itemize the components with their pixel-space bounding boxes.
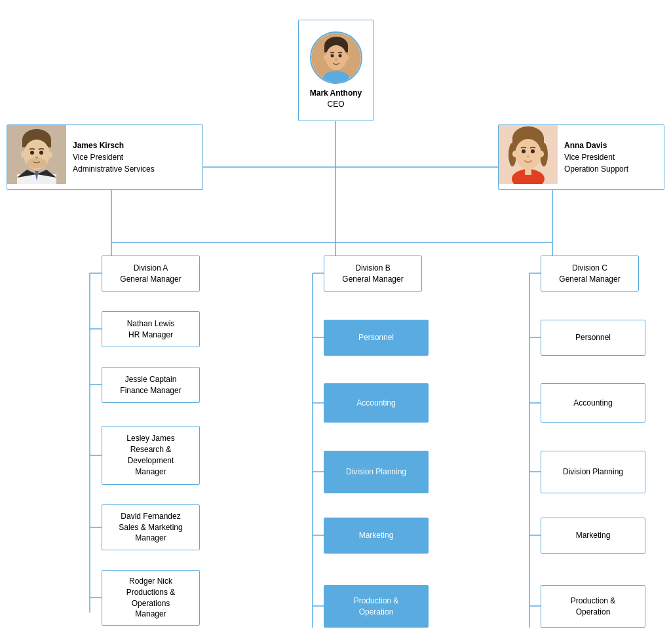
vp-right-photo (499, 125, 558, 184)
a-hr-label: Nathan LewisHR Manager (127, 318, 175, 341)
c-accounting-label: Accounting (573, 398, 612, 409)
svg-point-64 (531, 149, 535, 153)
b-marketing-node: Marketing (324, 518, 429, 554)
svg-point-51 (47, 151, 52, 158)
div-c-node: Division CGeneral Manager (541, 256, 639, 292)
b-planning-label: Division Planning (346, 466, 406, 478)
svg-point-37 (338, 54, 341, 57)
a-prod-node: Rodger NickProductions &OperationsManage… (102, 570, 200, 626)
svg-point-39 (324, 55, 328, 60)
b-prodop-node: Production &Operation (324, 585, 429, 628)
svg-point-67 (539, 151, 544, 157)
b-personnel-node: Personnel (324, 320, 429, 356)
div-b-node: Division BGeneral Manager (324, 256, 422, 292)
b-personnel-label: Personnel (358, 332, 394, 343)
svg-point-40 (345, 55, 349, 60)
c-prodop-label: Production &Operation (571, 596, 616, 618)
svg-point-49 (39, 151, 43, 155)
a-prod-label: Rodger NickProductions &OperationsManage… (126, 576, 176, 620)
vp-left-label: James Kirsch Vice PresidentAdministrativ… (66, 125, 202, 189)
b-prodop-label: Production &Operation (354, 596, 399, 618)
a-rd-label: Lesley JamesResearch &DevelopmentManager (126, 433, 174, 477)
svg-point-63 (522, 149, 526, 153)
vp-left-node: James Kirsch Vice PresidentAdministrativ… (7, 124, 203, 190)
a-sales-node: David FernandezSales & MarketingManager (102, 504, 200, 550)
svg-point-65 (527, 156, 529, 158)
svg-rect-69 (525, 167, 531, 175)
b-accounting-label: Accounting (356, 398, 395, 409)
vp-right-label: Anna Davis Vice PresidentOperation Suppo… (558, 125, 664, 189)
ceo-avatar (310, 31, 362, 84)
svg-point-35 (326, 45, 347, 70)
vp-left-name: James Kirsch (73, 140, 155, 151)
svg-point-50 (21, 151, 26, 158)
vp-left-title: Vice PresidentAdministrative Services (73, 151, 155, 175)
vp-left-photo (7, 125, 66, 184)
c-accounting-node: Accounting (541, 383, 645, 423)
div-a-label: Division AGeneral Manager (120, 263, 181, 285)
svg-point-36 (330, 54, 334, 57)
c-marketing-node: Marketing (541, 518, 645, 554)
org-chart: Mark Anthony CEO (0, 0, 671, 26)
ceo-title: CEO (327, 99, 344, 110)
vp-right-title: Vice PresidentOperation Support (564, 151, 628, 175)
vp-right-name: Anna Davis (564, 140, 628, 151)
b-planning-node: Division Planning (324, 451, 429, 493)
vp-right-node: Anna Davis Vice PresidentOperation Suppo… (498, 124, 664, 190)
b-accounting-node: Accounting (324, 383, 429, 423)
svg-point-66 (512, 151, 518, 157)
svg-point-38 (335, 58, 337, 60)
div-c-label: Division CGeneral Manager (559, 263, 620, 285)
svg-point-62 (515, 139, 541, 169)
ceo-name: Mark Anthony (310, 88, 362, 99)
div-b-label: Division BGeneral Manager (342, 263, 403, 285)
c-personnel-label: Personnel (575, 332, 611, 343)
a-finance-label: Jessie CaptainFinance Manager (120, 374, 181, 396)
a-sales-label: David FernandezSales & MarketingManager (119, 511, 182, 544)
a-finance-node: Jessie CaptainFinance Manager (102, 367, 200, 403)
c-personnel-node: Personnel (541, 320, 645, 356)
c-planning-label: Division Planning (563, 466, 623, 478)
b-marketing-label: Marketing (359, 530, 394, 541)
c-prodop-node: Production &Operation (541, 585, 645, 628)
c-planning-node: Division Planning (541, 451, 645, 493)
svg-point-48 (30, 151, 34, 155)
a-rd-node: Lesley JamesResearch &DevelopmentManager (102, 426, 200, 485)
a-hr-node: Nathan LewisHR Manager (102, 311, 200, 347)
c-marketing-label: Marketing (576, 530, 611, 541)
ceo-node: Mark Anthony CEO (298, 20, 374, 121)
div-a-node: Division AGeneral Manager (102, 256, 200, 292)
